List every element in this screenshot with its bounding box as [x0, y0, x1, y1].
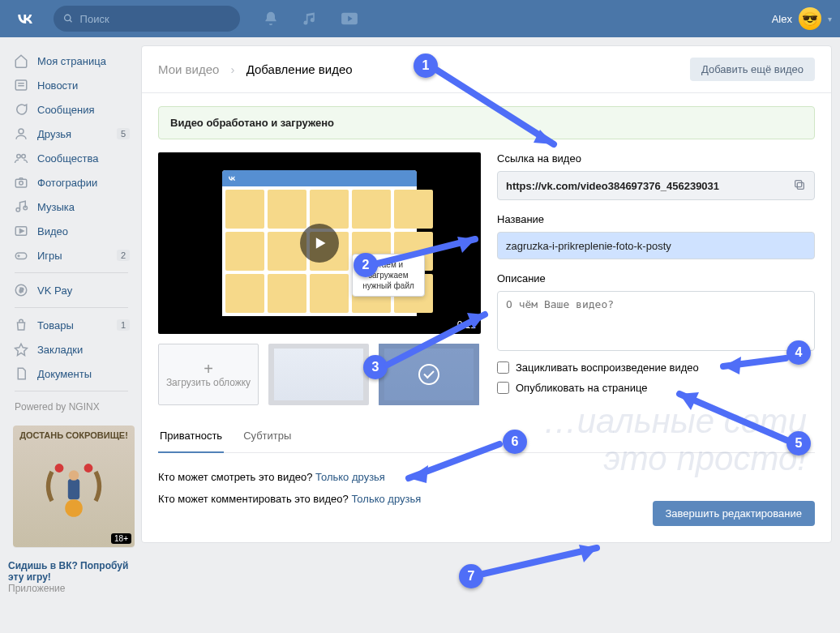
- sidebar-item-news[interactable]: Новости: [6, 73, 136, 97]
- search-icon: [63, 13, 74, 24]
- panel: Мои видео › Добавление видео Добавить ещ…: [141, 45, 832, 543]
- sidebar-item-label: Друзья: [37, 128, 71, 140]
- loop-checkbox-row[interactable]: Зацикливать воспроизведение видео: [497, 361, 815, 374]
- sidebar-item-label: Фотографии: [37, 177, 97, 189]
- home-icon: [13, 53, 29, 69]
- music-icon[interactable]: [302, 11, 318, 27]
- ad-title[interactable]: Сидишь в ВК? Попробуй эту игру!: [6, 555, 136, 583]
- sidebar-item-games[interactable]: Игры2: [6, 243, 136, 267]
- bell-icon[interactable]: [263, 11, 279, 27]
- doc-icon: [13, 366, 29, 382]
- ad-banner-title: ДОСТАНЬ СОКРОВИЩЕ!: [13, 430, 135, 440]
- ad-subtitle: Приложение: [6, 583, 136, 601]
- chevron-right-icon: ›: [231, 62, 235, 76]
- svg-marker-21: [15, 344, 28, 355]
- svg-text:₽: ₽: [19, 287, 24, 294]
- form-area: …аем и загружаем нужный файл 0:11 + Загр…: [142, 139, 831, 405]
- video-header-icon[interactable]: [341, 11, 358, 26]
- thumbnail-row: + Загрузить обложку: [158, 344, 481, 405]
- loop-checkbox[interactable]: [497, 361, 509, 374]
- alert-success: Видео обработано и загружено: [158, 106, 815, 139]
- svg-rect-16: [15, 253, 27, 259]
- video-duration: 0:11: [457, 319, 476, 331]
- publish-checkbox[interactable]: [497, 382, 509, 394]
- loop-label: Зацикливать воспроизведение видео: [516, 361, 699, 374]
- ad-card[interactable]: ДОСТАНЬ СОКРОВИЩЕ! 18+: [13, 426, 135, 547]
- sidebar-item-friends[interactable]: Друзья5: [6, 122, 136, 146]
- bag-icon: [13, 317, 29, 333]
- sidebar-item-label: Музыка: [37, 201, 75, 213]
- search-input[interactable]: [80, 13, 230, 25]
- add-more-video-button[interactable]: Добавить ещё видео: [690, 58, 815, 81]
- svg-point-0: [65, 15, 71, 20]
- privacy-comment-question: Кто может комментировать это видео?: [158, 493, 351, 505]
- sidebar-item-bookmarks[interactable]: Закладки: [6, 337, 136, 361]
- field-label-link: Ссылка на видео: [497, 152, 815, 165]
- sidebar-item-vkpay[interactable]: ₽VK Pay: [6, 278, 136, 302]
- ad-image: ДОСТАНЬ СОКРОВИЩЕ! 18+: [13, 426, 135, 547]
- groups-icon: [13, 150, 29, 166]
- tab-privacy[interactable]: Приватность: [158, 430, 224, 453]
- svg-point-22: [55, 464, 64, 473]
- svg-rect-24: [68, 479, 79, 499]
- copy-icon[interactable]: [793, 178, 806, 194]
- friends-icon: [13, 126, 29, 142]
- sidebar-item-label: Сообщества: [37, 152, 99, 165]
- main: Мои видео › Добавление видео Добавить ещ…: [136, 37, 840, 601]
- publish-checkbox-row[interactable]: Опубликовать на странице: [497, 382, 815, 394]
- thumbnail-option[interactable]: [268, 344, 369, 405]
- tab-subtitles[interactable]: Субтитры: [242, 430, 293, 452]
- panel-header: Мои видео › Добавление видео Добавить ещ…: [142, 46, 831, 93]
- sidebar-item-market[interactable]: Товары1: [6, 313, 136, 337]
- sidebar-separator: [15, 391, 128, 391]
- sidebar-item-photos[interactable]: Фотографии: [6, 170, 136, 195]
- search-box[interactable]: [54, 6, 240, 32]
- breadcrumb-root[interactable]: Мои видео: [158, 62, 219, 76]
- svg-point-26: [65, 499, 83, 517]
- sidebar-item-groups[interactable]: Сообщества: [6, 146, 136, 170]
- sidebar-separator: [15, 272, 128, 273]
- sidebar-item-profile[interactable]: Моя страница: [6, 49, 136, 73]
- privacy-comment-value[interactable]: Только друзья: [351, 493, 421, 505]
- sidebar-item-music[interactable]: Музыка: [6, 195, 136, 219]
- header-user[interactable]: Alex 😎 ▾: [772, 7, 832, 30]
- sidebar-separator: [15, 307, 128, 308]
- sidebar: Моя страница Новости Сообщения Друзья5 С…: [0, 37, 136, 601]
- sidebar-item-label: Моя страница: [37, 55, 106, 67]
- message-icon: [13, 101, 29, 118]
- finish-editing-button[interactable]: Завершить редактирование: [653, 501, 816, 526]
- sidebar-item-docs[interactable]: Документы: [6, 361, 136, 386]
- privacy-view-question: Кто может смотреть это видео?: [158, 471, 315, 483]
- music-side-icon: [13, 199, 29, 215]
- privacy-view-value[interactable]: Только друзья: [315, 471, 385, 483]
- thumbnail-option-selected[interactable]: [379, 344, 479, 405]
- pay-icon: ₽: [13, 282, 29, 298]
- sidebar-item-label: Сообщения: [37, 104, 95, 116]
- avatar: 😎: [799, 7, 821, 30]
- video-link-value: https://vk.com/video384697376_456239031: [506, 180, 719, 192]
- vk-logo[interactable]: [15, 8, 36, 29]
- form-fields: Ссылка на видео https://vk.com/video3846…: [497, 152, 815, 405]
- play-icon[interactable]: [300, 224, 339, 263]
- breadcrumb: Мои видео › Добавление видео: [158, 62, 353, 76]
- svg-line-1: [70, 20, 72, 23]
- tabs: Приватность Субтитры: [158, 430, 815, 453]
- video-link-box[interactable]: https://vk.com/video384697376_456239031: [497, 171, 815, 200]
- privacy-settings: Кто может смотреть это видео? Только дру…: [142, 453, 831, 542]
- svg-rect-28: [797, 182, 804, 189]
- sidebar-badge: 2: [117, 250, 130, 261]
- field-label-desc: Описание: [497, 272, 815, 284]
- breadcrumb-current: Добавление видео: [246, 62, 353, 76]
- age-badge: 18+: [111, 533, 131, 544]
- games-icon: [13, 247, 29, 263]
- video-preview[interactable]: …аем и загружаем нужный файл 0:11: [158, 152, 481, 334]
- svg-rect-10: [15, 179, 27, 187]
- sidebar-item-videos[interactable]: Видео: [6, 219, 136, 243]
- sidebar-item-messages[interactable]: Сообщения: [6, 97, 136, 122]
- publish-label: Опубликовать на странице: [516, 382, 648, 394]
- description-input[interactable]: [497, 291, 815, 351]
- sidebar-item-label: Закладки: [37, 344, 83, 356]
- title-input[interactable]: [497, 232, 815, 259]
- upload-thumbnail[interactable]: + Загрузить обложку: [158, 344, 259, 405]
- sidebar-item-label: Новости: [37, 79, 78, 92]
